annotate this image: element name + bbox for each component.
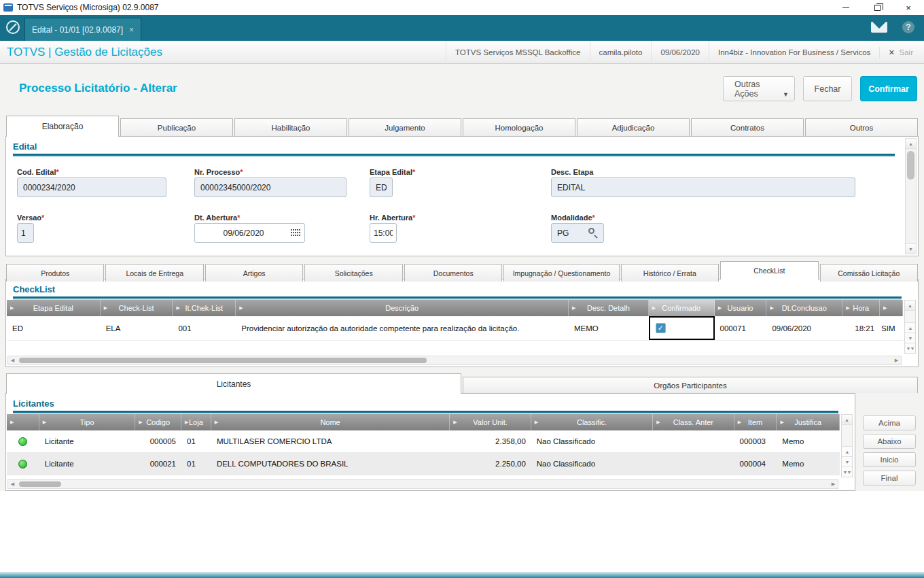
cell-confirmado[interactable]: ✓ bbox=[649, 316, 715, 340]
tab-outros[interactable]: Outros bbox=[805, 118, 918, 136]
sort-arrow-icon: ▶ bbox=[10, 305, 14, 311]
scroll-right-icon[interactable]: ▶ bbox=[829, 480, 838, 488]
column-header-status[interactable]: ▶ bbox=[7, 414, 39, 430]
grid-row-down-icon[interactable]: ▼ bbox=[905, 333, 915, 343]
scroll-up-icon[interactable]: ▲ bbox=[906, 139, 916, 149]
workspace-tab-edital[interactable]: Edital - 01/01 [02.9.0087] × bbox=[24, 18, 141, 41]
hr-abertura-field[interactable] bbox=[370, 223, 397, 243]
tab-impugnacao-questionamento[interactable]: Impugnação / Questionamento bbox=[503, 264, 619, 282]
column-header-tipo[interactable]: ▶Tipo bbox=[39, 414, 135, 430]
licitantes-vertical-scrollbar[interactable]: ▲ ▲ ▼ ▼▼ bbox=[841, 414, 853, 477]
versao-field[interactable] bbox=[17, 223, 34, 243]
tab-orgaos-participantes[interactable]: Orgãos Participantes bbox=[463, 377, 918, 393]
licitante-row[interactable]: Licitante 000005 01 MULTILASER COMERCIO … bbox=[7, 430, 840, 453]
inicio-button[interactable]: Inicio bbox=[863, 452, 916, 467]
column-header-descricao[interactable]: ▶Descrição bbox=[236, 300, 569, 316]
grid-row-up-icon[interactable]: ▲ bbox=[905, 322, 915, 333]
column-header-class-anter[interactable]: ▶Class. Anter bbox=[653, 414, 734, 430]
search-icon[interactable] bbox=[588, 228, 594, 234]
help-icon[interactable]: ? bbox=[902, 21, 914, 33]
grid-row-down-icon[interactable]: ▼ bbox=[842, 456, 852, 466]
tab-solicitacoes[interactable]: Solicitações bbox=[304, 264, 402, 282]
grid-last-row-icon[interactable]: ▼▼ bbox=[905, 343, 915, 353]
tab-historico-errata[interactable]: Histórico / Errata bbox=[621, 264, 719, 282]
mail-icon[interactable] bbox=[871, 22, 887, 33]
sort-arrow-icon: ▶ bbox=[453, 420, 457, 425]
column-header-etapa-edital[interactable]: ▶Etapa Edital bbox=[7, 300, 101, 316]
tab-elaboracao[interactable]: Elaboração bbox=[6, 116, 119, 137]
final-button[interactable]: Final bbox=[863, 471, 916, 486]
checklist-horizontal-scrollbar[interactable]: ◀ ▶ bbox=[7, 356, 902, 365]
column-header-desc-detalh[interactable]: ▶Desc. Detalh bbox=[569, 300, 649, 316]
checklist-vertical-scrollbar[interactable]: ▲ ▲ ▼ ▼▼ bbox=[904, 300, 916, 354]
checklist-row[interactable]: ED ELA 001 Providenciar autorização da a… bbox=[7, 316, 903, 341]
tab-homologacao[interactable]: Homologação bbox=[463, 118, 575, 136]
tab-artigos[interactable]: Artigos bbox=[205, 264, 303, 282]
sort-arrow-icon: ▶ bbox=[656, 420, 660, 425]
app-header: TOTVS | Gestão de Licitações TOTVS Servi… bbox=[0, 41, 924, 64]
abaixo-button[interactable]: Abaixo bbox=[863, 434, 916, 449]
scroll-left-icon[interactable]: ◀ bbox=[8, 356, 17, 364]
restore-button[interactable] bbox=[861, 0, 893, 15]
tab-checklist[interactable]: CheckList bbox=[720, 261, 818, 279]
scroll-right-icon[interactable]: ▶ bbox=[892, 356, 901, 364]
workspace-bar: Edital - 01/01 [02.9.0087] × ? bbox=[0, 15, 924, 41]
scroll-down-icon[interactable]: ▼ bbox=[906, 243, 916, 254]
tab-documentos[interactable]: Documentos bbox=[404, 264, 502, 282]
etapa-edital-field[interactable] bbox=[370, 177, 393, 197]
main-tab-bar: Elaboração Publicação Habilitação Julgam… bbox=[5, 116, 919, 136]
column-header-hora[interactable]: ▶Hora bbox=[842, 300, 880, 316]
confirmado-checkbox[interactable]: ✓ bbox=[656, 323, 666, 333]
desc-etapa-field[interactable] bbox=[551, 177, 855, 197]
tab-locais-de-entrega[interactable]: Locais de Entrega bbox=[105, 264, 203, 282]
column-header-codigo[interactable]: ▶Codigo bbox=[135, 414, 181, 430]
column-header-item[interactable]: ▶Item bbox=[734, 414, 777, 430]
column-header-loja[interactable]: ▶Loja bbox=[181, 414, 211, 430]
nr-processo-field[interactable] bbox=[194, 177, 346, 197]
dt-abertura-field[interactable] bbox=[194, 223, 305, 243]
protheus-menu-icon[interactable] bbox=[6, 20, 20, 34]
calendar-icon[interactable] bbox=[291, 229, 300, 237]
scroll-thumb[interactable] bbox=[19, 358, 427, 363]
column-header-valor-unit[interactable]: ▶Valor Unit. bbox=[450, 414, 531, 430]
scroll-thumb[interactable] bbox=[19, 481, 61, 487]
column-header-nome[interactable]: ▶Nome bbox=[211, 414, 450, 430]
close-window-button[interactable]: × bbox=[893, 0, 924, 15]
grid-first-row-icon[interactable]: ▲ bbox=[905, 301, 915, 311]
tab-habilitacao[interactable]: Habilitação bbox=[234, 118, 347, 136]
minimize-icon bbox=[842, 7, 849, 8]
modalidade-field[interactable] bbox=[551, 223, 604, 243]
scroll-left-icon[interactable]: ◀ bbox=[8, 480, 17, 488]
column-header-confirmado[interactable]: ▶Confirmado bbox=[649, 300, 715, 316]
column-header-check-list[interactable]: ▶Check-List bbox=[101, 300, 173, 316]
tab-produtos[interactable]: Produtos bbox=[6, 264, 104, 282]
tab-julgamento[interactable]: Julgamento bbox=[349, 118, 461, 136]
acima-button[interactable]: Acima bbox=[863, 415, 916, 430]
licitante-row[interactable]: Licitante 000021 01 DELL COMPUTADORES DO… bbox=[7, 453, 840, 475]
column-header-justifica[interactable]: ▶Justifica bbox=[777, 414, 840, 430]
column-header-it-chek-list[interactable]: ▶It.Chek-List bbox=[173, 300, 236, 316]
edital-vertical-scrollbar[interactable]: ▲ ▼ bbox=[905, 138, 917, 254]
grid-last-row-icon[interactable]: ▼▼ bbox=[842, 466, 852, 477]
workspace-tab-close-icon[interactable]: × bbox=[129, 25, 134, 35]
column-header-dt-conclusao[interactable]: ▶Dt.Conclusao bbox=[766, 300, 842, 316]
tab-publicacao[interactable]: Publicação bbox=[120, 118, 233, 136]
tab-adjudicacao[interactable]: Adjudicação bbox=[577, 118, 690, 136]
tab-comissao-licitacao[interactable]: Comissão Licitação bbox=[820, 264, 918, 282]
fechar-button[interactable]: Fechar bbox=[803, 76, 852, 101]
grid-row-up-icon[interactable]: ▲ bbox=[842, 446, 852, 456]
licitantes-horizontal-scrollbar[interactable]: ◀ ▶ bbox=[7, 479, 838, 489]
tab-contratos[interactable]: Contratos bbox=[691, 118, 804, 136]
app-window: TOTVS Serviços (Microsiga) 02.9.0087 × E… bbox=[0, 0, 924, 578]
tab-licitantes[interactable]: Licitantes bbox=[6, 373, 461, 394]
minimize-button[interactable] bbox=[830, 0, 861, 15]
scroll-thumb[interactable] bbox=[907, 151, 914, 180]
exit-button[interactable]: × Sair bbox=[879, 47, 924, 58]
cod-edital-field[interactable] bbox=[17, 177, 166, 197]
outras-acoes-button[interactable]: Outras Ações ▼ bbox=[723, 76, 795, 101]
column-header-usuario[interactable]: ▶Usuario bbox=[715, 300, 767, 316]
confirmar-button[interactable]: Confirmar bbox=[860, 76, 917, 101]
column-header-extra[interactable]: ▶ bbox=[880, 300, 903, 316]
column-header-classific[interactable]: ▶Classific. bbox=[531, 414, 653, 430]
grid-first-row-icon[interactable]: ▲ bbox=[842, 415, 852, 425]
